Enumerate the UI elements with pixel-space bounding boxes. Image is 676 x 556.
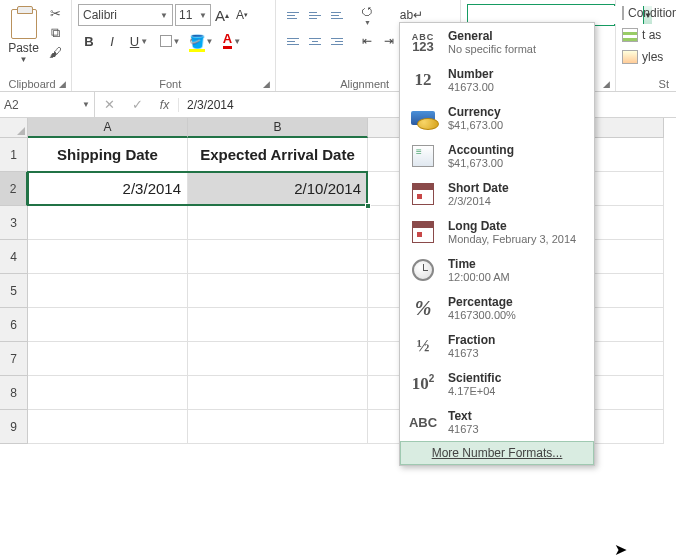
italic-button[interactable]: I <box>101 30 123 52</box>
ribbon: Paste ▼ ✂ ⧉ 🖌 Clipboard ◢ Calibri ▼ 11 ▼… <box>0 0 676 92</box>
clipboard-dialog-launcher[interactable]: ◢ <box>59 79 69 89</box>
cell-a7[interactable] <box>28 342 188 376</box>
format-painter-button[interactable]: 🖌 <box>45 44 65 61</box>
general-icon <box>406 28 440 56</box>
font-group: Calibri ▼ 11 ▼ A▴ A▾ B I U▼ ▼ 🪣▼ A▼ Font… <box>72 0 276 91</box>
mouse-cursor-icon: ➤ <box>614 540 627 556</box>
clipboard-group: Paste ▼ ✂ ⧉ 🖌 Clipboard ◢ <box>0 0 72 91</box>
decrease-indent-button[interactable]: ⇤ <box>356 30 378 52</box>
format-option-text[interactable]: ABC Text41673 <box>400 403 594 441</box>
more-number-formats-button[interactable]: More Number Formats... <box>400 441 594 465</box>
name-box[interactable]: A2 ▼ <box>0 92 95 117</box>
font-name-combo[interactable]: Calibri ▼ <box>78 4 173 26</box>
wrap-text-icon: ab↵ <box>400 8 423 22</box>
cell-a6[interactable] <box>28 308 188 342</box>
cell-b5[interactable] <box>188 274 368 308</box>
cell-a1[interactable]: Shipping Date <box>28 138 188 172</box>
styles-group-label: St <box>616 78 669 90</box>
accounting-icon <box>406 142 440 170</box>
copy-button[interactable]: ⧉ <box>45 25 65 42</box>
format-option-accounting[interactable]: Accounting$41,673.00 <box>400 137 594 175</box>
column-header-b[interactable]: B <box>188 118 368 138</box>
orientation-button[interactable]: ⭯▼ <box>356 4 378 26</box>
format-option-currency[interactable]: Currency$41,673.00 <box>400 99 594 137</box>
insert-function-button[interactable]: fx <box>151 98 179 112</box>
cell-a8[interactable] <box>28 376 188 410</box>
increase-font-size-button[interactable]: A▴ <box>213 4 231 26</box>
row-header-8[interactable]: 8 <box>0 376 28 410</box>
row-header-4[interactable]: 4 <box>0 240 28 274</box>
cell-b1[interactable]: Expected Arrival Date <box>188 138 368 172</box>
row-header-3[interactable]: 3 <box>0 206 28 240</box>
format-option-percentage[interactable]: % Percentage4167300.00% <box>400 289 594 327</box>
number-icon: 12 <box>406 66 440 94</box>
align-center-button[interactable] <box>304 30 326 52</box>
percentage-icon: % <box>406 294 440 322</box>
cell-a5[interactable] <box>28 274 188 308</box>
row-header-5[interactable]: 5 <box>0 274 28 308</box>
format-as-table-button[interactable]: t as <box>622 24 672 46</box>
format-option-scientific[interactable]: 102 Scientific4.17E+04 <box>400 365 594 403</box>
row-header-2[interactable]: 2 <box>0 172 28 206</box>
currency-icon <box>406 104 440 132</box>
align-left-button[interactable] <box>282 30 304 52</box>
fill-color-button[interactable]: 🪣▼ <box>186 30 216 52</box>
cell-b7[interactable] <box>188 342 368 376</box>
cell-b6[interactable] <box>188 308 368 342</box>
column-header-a[interactable]: A <box>28 118 188 138</box>
increase-indent-button[interactable]: ⇥ <box>378 30 400 52</box>
font-color-button[interactable]: A▼ <box>217 30 247 52</box>
paste-icon <box>11 9 37 39</box>
format-option-general[interactable]: GeneralNo specific format <box>400 23 594 61</box>
align-bottom-button[interactable] <box>326 4 348 26</box>
enter-button[interactable]: ✓ <box>123 97 151 112</box>
short-date-icon <box>406 180 440 208</box>
underline-button[interactable]: U▼ <box>124 30 154 52</box>
format-option-long-date[interactable]: Long DateMonday, February 3, 2014 <box>400 213 594 251</box>
long-date-icon <box>406 218 440 246</box>
font-size-value: 11 <box>179 8 192 22</box>
chevron-down-icon: ▼ <box>199 11 207 20</box>
font-name-value: Calibri <box>83 8 117 22</box>
decrease-font-size-button[interactable]: A▾ <box>233 4 251 26</box>
format-option-fraction[interactable]: ½ Fraction41673 <box>400 327 594 365</box>
row-header-7[interactable]: 7 <box>0 342 28 376</box>
number-dialog-launcher[interactable]: ◢ <box>603 79 613 89</box>
align-right-button[interactable] <box>326 30 348 52</box>
cell-b4[interactable] <box>188 240 368 274</box>
select-all-button[interactable] <box>0 118 28 138</box>
bold-button[interactable]: B <box>78 30 100 52</box>
styles-group: Condition t as yles St <box>616 0 676 91</box>
font-dialog-launcher[interactable]: ◢ <box>263 79 273 89</box>
cell-a4[interactable] <box>28 240 188 274</box>
cell-a9[interactable] <box>28 410 188 444</box>
borders-button[interactable]: ▼ <box>155 30 185 52</box>
cell-b2[interactable]: 2/10/2014 <box>188 172 368 206</box>
cell-a3[interactable] <box>28 206 188 240</box>
scientific-icon: 102 <box>406 370 440 398</box>
chevron-down-icon: ▼ <box>20 55 28 64</box>
paste-label: Paste <box>8 41 39 55</box>
cell-b9[interactable] <box>188 410 368 444</box>
font-size-combo[interactable]: 11 ▼ <box>175 4 211 26</box>
number-format-dropdown: GeneralNo specific format 12 Number41673… <box>399 22 595 466</box>
cell-styles-button[interactable]: yles <box>622 46 672 68</box>
row-header-1[interactable]: 1 <box>0 138 28 172</box>
paste-button[interactable]: Paste ▼ <box>4 2 43 64</box>
row-header-9[interactable]: 9 <box>0 410 28 444</box>
cell-a2[interactable]: 2/3/2014 <box>28 172 188 206</box>
format-option-short-date[interactable]: Short Date2/3/2014 <box>400 175 594 213</box>
format-option-time[interactable]: Time12:00:00 AM <box>400 251 594 289</box>
cell-b3[interactable] <box>188 206 368 240</box>
cancel-button[interactable]: ✕ <box>95 97 123 112</box>
align-top-button[interactable] <box>282 4 304 26</box>
format-option-number[interactable]: 12 Number41673.00 <box>400 61 594 99</box>
cut-button[interactable]: ✂ <box>45 5 65 22</box>
conditional-formatting-button[interactable]: Condition <box>622 2 672 24</box>
cell-b8[interactable] <box>188 376 368 410</box>
time-icon <box>406 256 440 284</box>
row-header-6[interactable]: 6 <box>0 308 28 342</box>
align-middle-button[interactable] <box>304 4 326 26</box>
border-icon <box>160 35 172 47</box>
name-box-value: A2 <box>4 98 19 112</box>
